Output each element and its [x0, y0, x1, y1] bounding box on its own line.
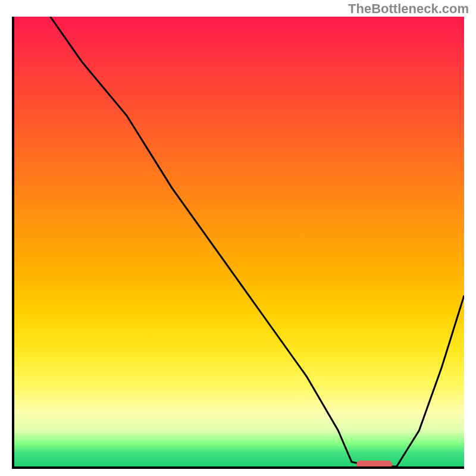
watermark-text: TheBottleneck.com — [348, 1, 469, 17]
bottleneck-curve — [14, 17, 464, 466]
optimal-range-marker — [356, 461, 392, 469]
plot-area — [12, 17, 464, 469]
chart-container: TheBottleneck.com — [0, 0, 476, 476]
